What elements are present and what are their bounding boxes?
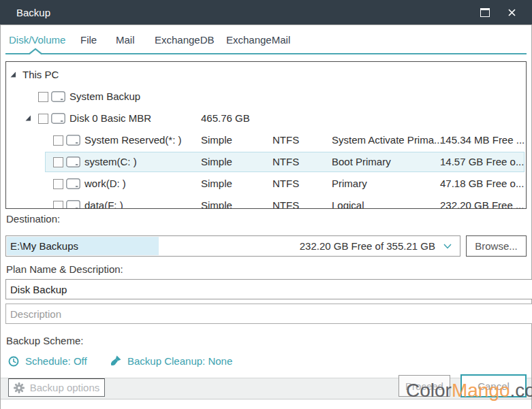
tree-row-label: System Reserved(*: ) [84,129,182,151]
maximize-button[interactable] [474,2,496,22]
drive-icon [66,157,80,167]
drive-icon [66,200,80,208]
schedule-link[interactable]: Schedule: Off [8,355,87,367]
tab-underline [5,53,527,54]
row-checkbox[interactable] [38,92,48,102]
drive-icon [66,178,80,189]
volume-filesystem: NTFS [272,173,299,195]
volume-filesystem: NTFS [272,151,299,173]
destination-path: E:\My Backups [10,236,78,256]
disk-size: 465.76 GB [201,108,250,129]
tab-file[interactable]: File [80,34,97,46]
volume-free-space: 145.34 MB Free ... [440,129,525,151]
backup-options-button[interactable]: Backup options [8,378,105,397]
cleanup-brush-icon [110,355,121,367]
tab-exchangemail[interactable]: ExchangeMail [226,34,290,46]
cancel-button[interactable]: Cancel [460,374,527,397]
proceed-button-label: Proceed [405,380,443,392]
tab-bar: Disk/Volume File Mail ExchangeDB Exchang… [0,33,532,54]
volume-free-space: 232.20 GB Free ... [440,195,524,208]
destination-combobox[interactable]: E:\My Backups 232.20 GB Free of 355.21 G… [5,235,460,257]
volume-type: Simple [201,129,232,151]
expander-icon[interactable] [25,115,31,121]
schedule-link-label: Schedule: Off [25,355,87,367]
tab-exchangedb[interactable]: ExchangeDB [155,34,215,46]
row-checkbox[interactable] [53,157,63,167]
disk-tree-table: This PC System Backup Disk 0 Basic MBR [5,61,527,209]
tree-row-work-d[interactable]: work(D: ) Simple NTFS Primary 47.18 GB F… [6,173,526,195]
volume-status: System Activate Prima... [332,129,443,151]
tree-row-label: Disk 0 Basic MBR [69,108,151,129]
tree-row-label: This PC [22,64,59,86]
cancel-button-label: Cancel [478,380,510,392]
row-checkbox[interactable] [53,179,63,189]
volume-filesystem: NTFS [272,195,299,208]
backup-dialog: Backup Disk/Volume File Mail ExchangeDB … [0,0,532,409]
drive-icon [51,91,65,102]
tree-row-this-pc[interactable]: This PC [6,64,526,86]
tree-row-system-c[interactable]: system(C: ) Simple NTFS Boot Primary 14.… [6,151,526,173]
backup-cleanup-link[interactable]: Backup Cleanup: None [110,355,232,367]
tree-row-label: work(D: ) [84,173,126,195]
gear-icon [14,382,25,393]
plan-name-input[interactable] [5,279,532,299]
volume-filesystem: NTFS [272,129,299,151]
proceed-button[interactable]: Proceed [398,375,450,397]
browse-button[interactable]: Browse... [466,235,527,257]
description-input[interactable] [5,304,532,324]
tree-row-label: System Backup [69,86,140,108]
volume-free-space: 14.57 GB Free o... [440,151,524,173]
tree-row-system-reserved[interactable]: System Reserved(*: ) Simple NTFS System … [6,129,526,151]
volume-status: Boot Primary [332,151,391,173]
destination-label: Destination: [6,213,60,225]
plan-name-label: Plan Name & Description: [6,263,123,275]
volume-type: Simple [201,173,232,195]
expander-icon[interactable] [10,71,16,78]
backup-scheme-label: Backup Scheme: [6,335,83,346]
tree-row-system-backup[interactable]: System Backup [6,86,526,108]
tree-row-data-f[interactable]: data(F: ) Simple NTFS Logical 232.20 GB … [6,195,526,208]
titlebar: Backup [0,0,532,25]
tab-disk-volume[interactable]: Disk/Volume [9,34,65,46]
tree-row-label: system(C: ) [84,151,137,173]
clock-icon [8,356,19,367]
row-checkbox[interactable] [53,135,63,146]
tree-row-label: data(F: ) [84,195,123,208]
destination-free-space: 232.20 GB Free of 355.21 GB [300,236,435,256]
window-title: Backup [16,7,50,18]
browse-button-label: Browse... [475,240,518,252]
backup-cleanup-link-label: Backup Cleanup: None [127,355,232,367]
volume-type: Simple [201,195,232,208]
close-button[interactable] [501,2,522,22]
close-icon [508,9,516,16]
volume-type: Simple [201,151,232,173]
row-checkbox[interactable] [38,114,48,124]
backup-options-label: Backup options [30,382,100,393]
volume-status: Primary [332,173,367,195]
tree-row-disk0[interactable]: Disk 0 Basic MBR 465.76 GB [6,108,526,129]
tab-mail[interactable]: Mail [116,34,135,46]
chevron-down-icon[interactable] [443,244,452,249]
maximize-icon [480,8,490,17]
active-tab-caret [29,48,42,54]
row-checkbox[interactable] [53,201,63,208]
volume-status: Logical [332,195,364,208]
volume-free-space: 47.18 GB Free o... [440,173,524,195]
drive-icon [66,135,80,146]
disk-tree-body: This PC System Backup Disk 0 Basic MBR [6,62,526,208]
drive-icon [51,113,65,124]
